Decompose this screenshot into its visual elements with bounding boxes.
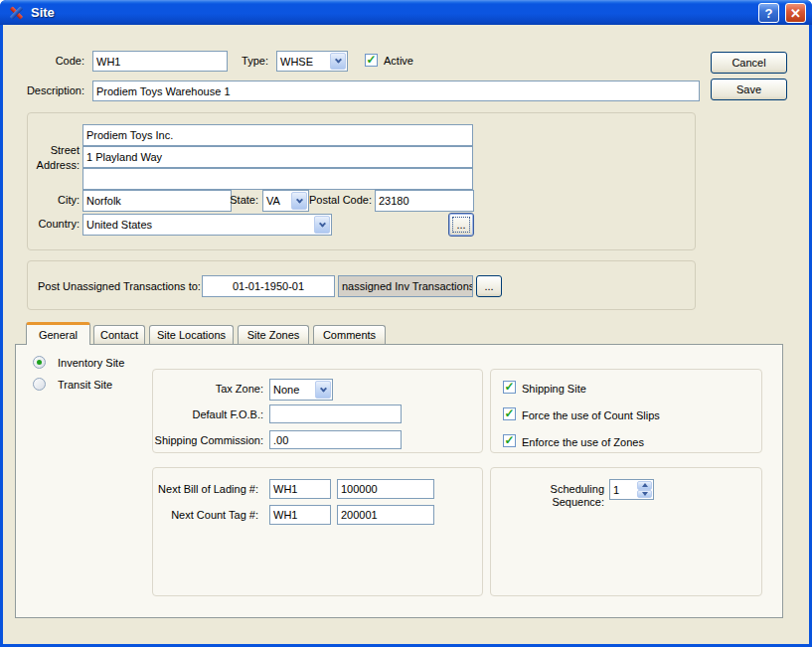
tab-site-zones[interactable]: Site Zones [238, 325, 309, 344]
check-icon: ✓ [504, 381, 514, 393]
post-browse-button[interactable]: ... [476, 275, 502, 297]
address-line1-input[interactable] [82, 124, 473, 146]
chevron-down-icon[interactable] [315, 381, 331, 399]
tab-comments[interactable]: Comments [313, 325, 386, 344]
post-account-input[interactable] [202, 275, 335, 297]
address-line3-input[interactable] [82, 168, 473, 190]
title-bar: Site ? ✕ [0, 0, 812, 25]
type-select[interactable]: WHSE [276, 51, 348, 72]
post-unassigned-label: Post Unassigned Transactions to: [38, 280, 201, 293]
tab-general[interactable]: General [26, 322, 90, 345]
scheduling-sequence-stepper[interactable]: 1 [609, 479, 654, 500]
country-browse-button[interactable]: ... [448, 213, 474, 237]
shipping-site-label: Shipping Site [522, 383, 586, 396]
address-line2-input[interactable] [82, 146, 473, 168]
chevron-down-icon[interactable] [330, 53, 346, 70]
postal-code-input[interactable] [375, 190, 474, 212]
cancel-button[interactable]: Cancel [711, 52, 787, 74]
check-icon: ✓ [366, 54, 376, 66]
description-input[interactable] [92, 81, 700, 101]
spinner-down-icon[interactable] [637, 490, 652, 499]
next-count-tag-label: Next Count Tag #: [152, 509, 258, 522]
active-checkbox[interactable]: ✓ [365, 54, 378, 67]
spinner-up-icon[interactable] [637, 481, 652, 490]
post-account-description: nassigned Inv Transactions [338, 275, 473, 297]
next-count-tag-prefix-input[interactable] [269, 505, 331, 525]
type-label: Type: [227, 55, 268, 68]
enforce-zones-label: Enforce the use of Zones [522, 436, 644, 449]
scheduling-sequence-label: Scheduling Sequence: [495, 483, 604, 509]
chevron-down-icon[interactable] [314, 216, 330, 234]
tax-zone-label: Tax Zone: [154, 383, 263, 396]
next-bol-number-input[interactable] [337, 479, 434, 499]
active-label: Active [384, 55, 413, 68]
inventory-site-label: Inventory Site [58, 357, 124, 370]
save-button[interactable]: Save [711, 79, 787, 100]
help-icon[interactable]: ? [758, 3, 779, 23]
transit-site-label: Transit Site [58, 379, 112, 392]
default-fob-input[interactable] [269, 404, 402, 423]
postal-code-label: Postal Code: [308, 194, 372, 207]
tax-zone-select[interactable]: None [269, 379, 333, 401]
shipping-commission-input[interactable] [269, 430, 402, 449]
city-input[interactable] [82, 190, 232, 212]
shipping-site-checkbox[interactable]: ✓ [503, 381, 516, 394]
tab-contact[interactable]: Contact [93, 325, 145, 344]
next-bol-label: Next Bill of Lading #: [152, 483, 258, 496]
shipping-commission-label: Shipping Commission: [154, 434, 263, 447]
street-address-label: Street Address: [25, 143, 80, 173]
site-window: Site ? ✕ Code: Type: WHSE ✓ Active Cance… [0, 0, 812, 647]
chevron-down-icon[interactable] [291, 192, 307, 210]
window-title: Site [31, 5, 55, 20]
city-label: City: [25, 194, 80, 207]
default-fob-label: Default F.O.B.: [154, 408, 263, 421]
check-icon: ✓ [504, 434, 514, 446]
check-icon: ✓ [504, 407, 514, 419]
description-label: Description: [13, 84, 84, 97]
country-label: Country: [23, 218, 80, 231]
next-bol-prefix-input[interactable] [269, 479, 331, 499]
next-count-tag-number-input[interactable] [337, 505, 434, 525]
force-count-slips-checkbox[interactable]: ✓ [503, 407, 516, 420]
close-icon[interactable]: ✕ [785, 3, 806, 23]
radio-selected-icon [37, 360, 42, 365]
transit-site-radio[interactable] [33, 378, 46, 391]
enforce-zones-checkbox[interactable]: ✓ [503, 434, 516, 447]
force-count-slips-label: Force the use of Count Slips [522, 409, 660, 422]
app-logo-icon [8, 5, 25, 20]
inventory-site-radio[interactable] [33, 356, 46, 369]
state-label: State: [217, 194, 258, 207]
state-select[interactable]: VA [262, 190, 309, 212]
code-input[interactable] [92, 51, 228, 72]
code-label: Code: [13, 55, 84, 68]
tab-site-locations[interactable]: Site Locations [149, 325, 234, 344]
country-select[interactable]: United States [82, 214, 332, 236]
dialog-body: Code: Type: WHSE ✓ Active Cancel Save De… [3, 25, 809, 644]
